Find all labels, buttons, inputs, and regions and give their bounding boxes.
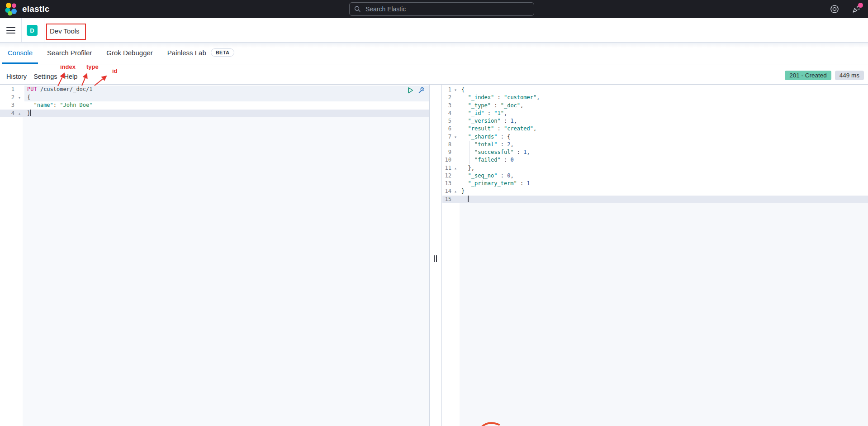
response-viewer[interactable]: 1▾{2 "_index" : "customer",3 "_type" : "…: [442, 85, 868, 426]
breadcrumb[interactable]: Dev Tools: [50, 27, 80, 35]
code-text[interactable]: "_id" : "1",: [460, 110, 868, 117]
tab-label: Search Profiler: [47, 49, 92, 57]
console-menu-help[interactable]: Help: [64, 73, 78, 80]
code-text[interactable]: [460, 196, 868, 203]
response-background: [460, 203, 868, 426]
fold-spacer: [451, 148, 460, 156]
send-request-icon[interactable]: [407, 86, 414, 94]
code-line[interactable]: 5 "_version" : 1,: [442, 117, 868, 125]
console-menu-history[interactable]: History: [6, 73, 27, 80]
code-text[interactable]: "name": "John Doe": [24, 101, 429, 110]
help-icon[interactable]: [830, 5, 839, 14]
fold-spacer: [451, 110, 460, 117]
console-panels: 1PUT /customer/_doc/12▾{3 "name": "John …: [0, 84, 868, 426]
tab-painless-lab[interactable]: Painless LabBETA: [162, 43, 240, 64]
code-line[interactable]: 3 "_type" : "_doc",: [442, 102, 868, 110]
fold-spacer: [451, 102, 460, 110]
fold-spacer: [451, 125, 460, 133]
line-number: 1: [0, 86, 14, 94]
code-text[interactable]: {: [460, 86, 868, 94]
code-text[interactable]: "failed" : 0: [460, 156, 868, 164]
fold-down-icon[interactable]: ▾: [451, 133, 460, 141]
line-number: 5: [442, 117, 451, 125]
fold-up-icon[interactable]: ▴: [451, 164, 460, 172]
line-number: 12: [442, 172, 451, 180]
wrench-icon[interactable]: [417, 86, 425, 94]
console-toolbar: HistorySettingsHelp 201 - Created 449 ms: [0, 64, 868, 84]
brand-text: elastic: [22, 4, 50, 14]
code-line[interactable]: 2▾{: [0, 94, 429, 102]
menu-icon[interactable]: [6, 27, 15, 34]
fold-up-icon[interactable]: ▴: [14, 110, 24, 118]
tab-search-profiler[interactable]: Search Profiler: [42, 43, 97, 64]
code-line[interactable]: 4▴}: [0, 110, 429, 118]
fold-spacer: [14, 86, 24, 94]
line-number: 1: [442, 86, 451, 94]
console-menu-settings[interactable]: Settings: [33, 73, 57, 80]
code-line[interactable]: 11▴ },: [442, 164, 868, 172]
top-bar: elastic: [0, 0, 868, 18]
line-number: 2: [0, 94, 14, 102]
divider: [21, 18, 22, 42]
code-text[interactable]: {: [24, 94, 429, 102]
code-line[interactable]: 4 "_id" : "1",: [442, 110, 868, 117]
code-line[interactable]: 2 "_index" : "customer",: [442, 94, 868, 101]
code-text[interactable]: PUT /customer/_doc/1: [24, 86, 429, 94]
time-badge: 449 ms: [835, 71, 864, 80]
tab-grok-debugger[interactable]: Grok Debugger: [101, 43, 158, 64]
code-line[interactable]: 3 "name": "John Doe": [0, 101, 429, 110]
nav-bar: D Dev Tools: [0, 18, 868, 43]
fold-spacer: [451, 196, 460, 203]
drag-handle-icon[interactable]: [434, 255, 437, 262]
line-number: 7: [442, 133, 451, 141]
line-number: 4: [442, 110, 451, 117]
code-text[interactable]: }: [460, 187, 868, 195]
fold-spacer: [451, 156, 460, 164]
code-line[interactable]: 1▾{: [442, 86, 868, 94]
line-number: 6: [442, 125, 451, 133]
text-cursor: [468, 196, 469, 202]
fold-down-icon[interactable]: ▾: [451, 86, 460, 94]
code-line[interactable]: 9 "successful" : 1,: [442, 148, 868, 156]
fold-up-icon[interactable]: ▴: [451, 187, 460, 195]
code-line[interactable]: 15: [442, 196, 868, 203]
fold-spacer: [451, 180, 460, 187]
tab-label: Painless Lab: [167, 49, 206, 57]
search-input[interactable]: [365, 5, 529, 13]
line-number: 3: [442, 102, 451, 110]
code-line[interactable]: 6 "result" : "created",: [442, 125, 868, 133]
tab-label: Console: [8, 49, 33, 57]
code-text[interactable]: },: [460, 164, 868, 172]
code-text[interactable]: "_shards" : {: [460, 133, 868, 141]
global-search[interactable]: [349, 2, 534, 16]
tab-bar: ConsoleSearch ProfilerGrok DebuggerPainl…: [0, 43, 868, 64]
editor-background[interactable]: [23, 117, 429, 426]
elastic-logo[interactable]: [5, 2, 18, 16]
code-text[interactable]: "_seq_no" : 0,: [460, 172, 868, 180]
code-line[interactable]: 13 "_primary_term" : 1: [442, 180, 868, 187]
code-text[interactable]: }: [24, 110, 429, 118]
line-number: 13: [442, 180, 451, 187]
line-number: 9: [442, 148, 451, 156]
code-line[interactable]: 7▾ "_shards" : {: [442, 133, 868, 141]
code-line[interactable]: 12 "_seq_no" : 0,: [442, 172, 868, 180]
code-line[interactable]: 8 "total" : 2,: [442, 141, 868, 148]
newsfeed-icon[interactable]: [852, 5, 861, 14]
code-line[interactable]: 10 "failed" : 0: [442, 156, 868, 164]
code-line[interactable]: 1PUT /customer/_doc/1: [0, 86, 429, 94]
fold-down-icon[interactable]: ▾: [14, 94, 24, 102]
request-editor[interactable]: 1PUT /customer/_doc/12▾{3 "name": "John …: [0, 85, 430, 426]
code-text[interactable]: "result" : "created",: [460, 125, 868, 133]
code-line[interactable]: 14▴}: [442, 187, 868, 195]
code-text[interactable]: "_version" : 1,: [460, 117, 868, 125]
code-text[interactable]: "_index" : "customer",: [460, 94, 868, 101]
code-text[interactable]: "successful" : 1,: [460, 148, 868, 156]
line-number: 11: [442, 164, 451, 172]
panel-resizer[interactable]: [430, 85, 442, 426]
tab-console[interactable]: Console: [2, 43, 38, 64]
code-text[interactable]: "_primary_term" : 1: [460, 180, 868, 187]
code-text[interactable]: "_type" : "_doc",: [460, 102, 868, 110]
code-text[interactable]: "total" : 2,: [460, 141, 868, 148]
space-avatar[interactable]: D: [27, 25, 38, 36]
fold-spacer: [451, 141, 460, 148]
